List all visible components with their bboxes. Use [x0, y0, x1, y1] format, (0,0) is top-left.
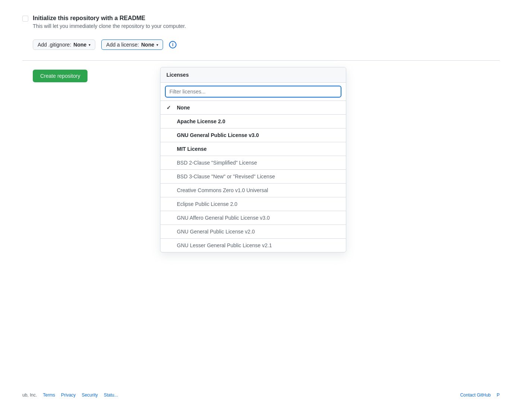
license-name: GNU Affero General Public License v3.0: [177, 215, 270, 221]
footer-link-contact-github[interactable]: Contact GitHub: [460, 392, 491, 398]
license-name: MIT License: [177, 146, 207, 152]
gitignore-caret-icon: ▾: [89, 43, 90, 47]
footer-link-p[interactable]: P: [497, 392, 500, 398]
license-name: GNU Lesser General Public License v2.1: [177, 242, 272, 248]
license-caret-icon: ▾: [156, 43, 158, 47]
footer: ub, Inc. Terms Privacy Security Statu...…: [0, 392, 522, 398]
list-item[interactable]: BSD 2-Clause "Simplified" License: [160, 156, 346, 170]
readme-title: Initialize this repository with a README: [33, 15, 186, 22]
list-item[interactable]: Creative Commons Zero v1.0 Universal: [160, 184, 346, 197]
license-name: None: [177, 105, 190, 111]
controls-row: Add .gitignore: None ▾ Add a license: No…: [33, 39, 500, 50]
divider: [22, 60, 500, 61]
license-name: GNU General Public License v2.0: [177, 229, 255, 235]
footer-right: Contact GitHub P: [460, 392, 500, 398]
list-item[interactable]: BSD 3-Clause "New" or "Revised" License: [160, 170, 346, 184]
license-name: BSD 3-Clause "New" or "Revised" License: [177, 174, 275, 179]
license-list: ✓ None Apache License 2.0 GNU General Pu…: [160, 101, 346, 252]
list-item[interactable]: ✓ None: [160, 101, 346, 115]
filter-input-wrapper: [160, 83, 346, 101]
license-label: Add a license:: [106, 42, 139, 48]
license-name: BSD 2-Clause "Simplified" License: [177, 160, 257, 166]
check-icon: ✓: [166, 105, 174, 111]
list-item[interactable]: Eclipse Public License 2.0: [160, 197, 346, 211]
licenses-dropdown-panel: Licenses ✓ None Apache License 2.0 GNU G…: [160, 67, 346, 252]
list-item[interactable]: GNU Lesser General Public License v2.1: [160, 239, 346, 252]
licenses-header: Licenses: [160, 67, 346, 83]
footer-link-terms[interactable]: Terms: [43, 392, 55, 398]
license-name: Creative Commons Zero v1.0 Universal: [177, 187, 268, 193]
license-name: Eclipse Public License 2.0: [177, 201, 238, 207]
list-item[interactable]: Apache License 2.0: [160, 115, 346, 128]
license-value: None: [141, 42, 154, 48]
footer-link-security[interactable]: Security: [82, 392, 98, 398]
footer-link-status[interactable]: Statu...: [104, 392, 118, 398]
gitignore-value: None: [73, 42, 86, 48]
list-item[interactable]: GNU General Public License v3.0: [160, 128, 346, 142]
readme-text: Initialize this repository with a README…: [33, 15, 186, 29]
list-item[interactable]: GNU Affero General Public License v3.0: [160, 211, 346, 225]
license-name: Apache License 2.0: [177, 118, 225, 124]
footer-company: ub, Inc.: [22, 392, 37, 398]
readme-section: Initialize this repository with a README…: [22, 15, 500, 29]
list-item[interactable]: MIT License: [160, 142, 346, 156]
readme-description: This will let you immediately clone the …: [33, 23, 186, 29]
license-dropdown[interactable]: Add a license: None ▾: [101, 39, 163, 50]
license-info-icon[interactable]: i: [169, 41, 176, 48]
readme-checkbox[interactable]: [22, 16, 28, 22]
license-filter-input[interactable]: [165, 86, 341, 98]
list-item[interactable]: GNU General Public License v2.0: [160, 225, 346, 239]
license-name: GNU General Public License v3.0: [177, 132, 259, 138]
gitignore-dropdown[interactable]: Add .gitignore: None ▾: [33, 39, 95, 50]
footer-link-privacy[interactable]: Privacy: [61, 392, 76, 398]
gitignore-label: Add .gitignore:: [38, 42, 71, 48]
create-repository-button[interactable]: Create repository: [33, 70, 87, 82]
